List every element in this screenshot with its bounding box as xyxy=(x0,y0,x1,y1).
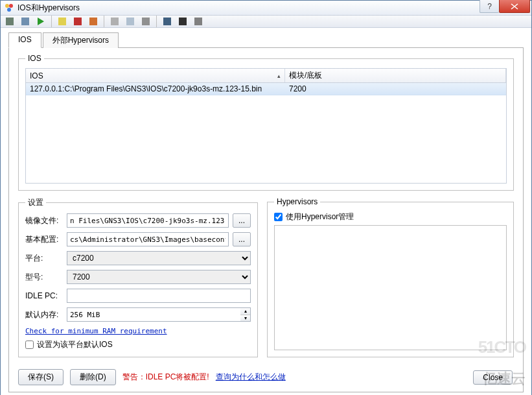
image-path-input[interactable] xyxy=(67,213,229,228)
svg-rect-8 xyxy=(89,18,97,25)
hypervisor-list[interactable] xyxy=(274,225,507,350)
hypervisors-legend: Hypervisors xyxy=(274,197,320,206)
default-ios-label: 设置为该平台默认IOS xyxy=(37,339,113,350)
svg-rect-13 xyxy=(179,18,187,25)
svg-point-0 xyxy=(5,4,9,8)
tab-pane-ios: IOS IOS ▴ 模块/底板 127.0.0.1:C:\Program Fil… xyxy=(8,47,524,392)
idlepc-input[interactable] xyxy=(67,289,251,303)
title-bar: IOS和Hypervisors ? xyxy=(1,1,531,16)
tab-row: IOS 外部Hypervisors xyxy=(8,32,524,48)
window-title: IOS和Hypervisors xyxy=(17,3,80,14)
toolbar-icon-4[interactable] xyxy=(57,16,67,27)
toolbar-icon-11[interactable] xyxy=(178,16,188,27)
browse-baseconfig-button[interactable]: ... xyxy=(233,232,251,246)
toolbar-separator-3 xyxy=(156,16,157,27)
browse-image-button[interactable]: ... xyxy=(233,213,251,228)
spin-up-icon[interactable]: ▴ xyxy=(240,308,250,315)
svg-rect-10 xyxy=(126,18,134,25)
help-button[interactable]: ? xyxy=(480,0,499,13)
spin-down-icon[interactable]: ▾ xyxy=(240,315,250,322)
tab-external-hypervisors[interactable]: 外部Hypervisors xyxy=(43,32,119,48)
settings-legend: 设置 xyxy=(25,197,46,208)
svg-point-2 xyxy=(7,8,11,12)
toolbar-icon-9[interactable] xyxy=(141,16,151,27)
play-icon[interactable] xyxy=(36,16,46,27)
svg-rect-11 xyxy=(142,18,150,25)
bottom-bar: 保存(S) 删除(D) 警告：IDLE PC将被配置!查询为什么和怎么做 Clo… xyxy=(18,369,514,385)
hypervisors-group: Hypervisors 使用Hypervisor管理 xyxy=(267,197,514,357)
ios-group-legend: IOS xyxy=(25,54,44,63)
warning-text: 警告：IDLE PC将被配置! xyxy=(122,372,209,383)
close-button[interactable]: Close xyxy=(473,370,513,385)
svg-rect-6 xyxy=(58,18,66,25)
ios-table-body[interactable]: 127.0.0.1:C:\Program Files\GNS3\IOS\c720… xyxy=(25,83,507,184)
toolbar-separator-2 xyxy=(104,16,104,27)
platform-select[interactable]: c7200 xyxy=(67,251,251,265)
stop-icon[interactable] xyxy=(73,16,83,27)
default-ios-checkbox[interactable] xyxy=(25,341,34,349)
use-hypervisor-label: 使用Hypervisor管理 xyxy=(286,211,354,222)
idlepc-label: IDLE PC: xyxy=(25,291,63,300)
toolbar-icon-1[interactable] xyxy=(5,16,15,27)
sort-asc-icon: ▴ xyxy=(277,73,281,79)
use-hypervisor-checkbox[interactable] xyxy=(274,213,283,221)
toolbar-icon-2[interactable] xyxy=(20,16,30,27)
svg-rect-12 xyxy=(163,18,171,25)
ram-spinner[interactable]: ▴ ▾ xyxy=(240,307,251,322)
toolbar-icon-8[interactable] xyxy=(125,16,135,27)
svg-rect-14 xyxy=(194,18,202,25)
settings-group: 设置 镜像文件: ... 基本配置: ... 平台: xyxy=(18,197,258,357)
ram-input[interactable] xyxy=(67,307,240,322)
warning-link[interactable]: 查询为什么和怎么做 xyxy=(216,372,286,383)
platform-label: 平台: xyxy=(25,253,63,264)
model-label: 型号: xyxy=(25,272,63,283)
baseconfig-label: 基本配置: xyxy=(25,234,63,245)
toolbar-icon-7[interactable] xyxy=(110,16,120,27)
image-label: 镜像文件: xyxy=(25,215,63,226)
toolbar-icon-10[interactable] xyxy=(162,16,172,27)
save-button[interactable]: 保存(S) xyxy=(18,369,64,385)
svg-marker-5 xyxy=(38,18,44,25)
svg-rect-3 xyxy=(6,18,14,25)
ram-label: 默认内存: xyxy=(25,309,63,320)
check-ram-link[interactable]: Check for minimum RAM requirement xyxy=(25,327,167,335)
svg-point-1 xyxy=(9,4,13,8)
model-select[interactable]: 7200 xyxy=(67,270,251,284)
app-icon xyxy=(4,3,14,13)
col-header-module[interactable]: 模块/底板 xyxy=(285,69,506,82)
toolbar xyxy=(1,16,531,28)
svg-rect-7 xyxy=(74,18,82,25)
close-window-button[interactable] xyxy=(499,0,530,13)
toolbar-separator xyxy=(51,16,52,27)
ios-group: IOS IOS ▴ 模块/底板 127.0.0.1:C:\Program Fil… xyxy=(18,54,514,191)
cell-ios-path: 127.0.0.1:C:\Program Files\GNS3\IOS\c720… xyxy=(26,83,285,95)
baseconfig-path-input[interactable] xyxy=(67,232,229,246)
delete-button[interactable]: 删除(D) xyxy=(70,369,116,385)
toolbar-icon-12[interactable] xyxy=(193,16,203,27)
cell-module: 7200 xyxy=(285,83,506,95)
tab-ios[interactable]: IOS xyxy=(8,32,41,48)
ios-table-header: IOS ▴ 模块/底板 xyxy=(25,68,507,83)
col-header-ios[interactable]: IOS ▴ xyxy=(26,69,285,82)
table-row[interactable]: 127.0.0.1:C:\Program Files\GNS3\IOS\c720… xyxy=(26,83,506,95)
svg-rect-9 xyxy=(111,18,119,25)
toolbar-icon-6[interactable] xyxy=(88,16,98,27)
svg-rect-4 xyxy=(21,18,29,25)
